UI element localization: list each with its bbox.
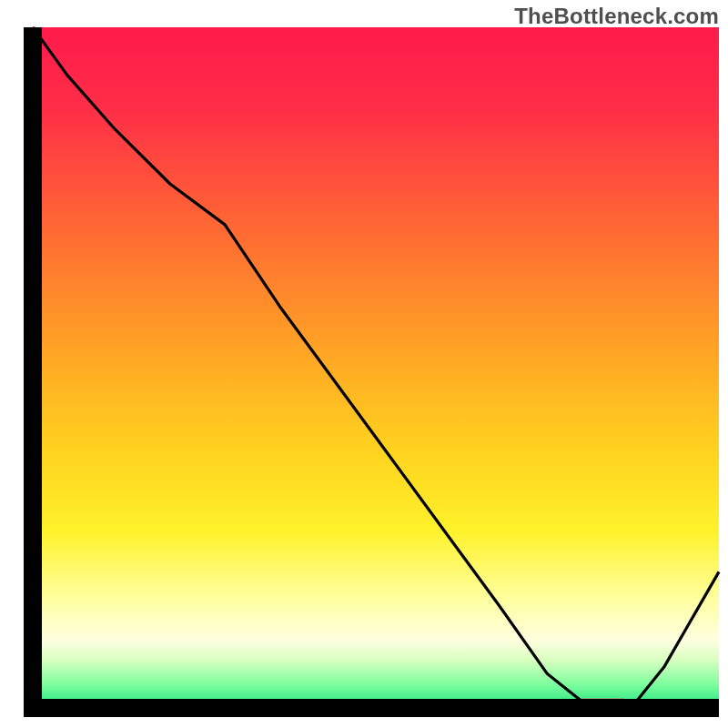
bottleneck-chart	[0, 0, 728, 728]
plot-background	[33, 27, 719, 708]
chart-frame: TheBottleneck.com	[0, 0, 728, 728]
